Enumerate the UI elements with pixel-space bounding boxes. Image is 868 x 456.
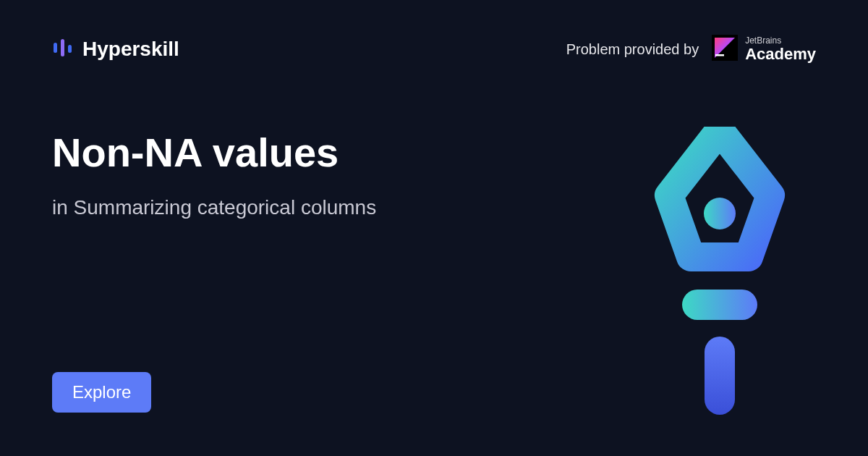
svg-rect-8 (705, 337, 735, 415)
jetbrains-small: JetBrains (745, 36, 816, 46)
svg-rect-2 (68, 45, 72, 53)
svg-rect-5 (715, 54, 724, 56)
page-title: Non-NA values (52, 129, 512, 176)
svg-point-6 (704, 198, 736, 229)
brand-name: Hyperskill (82, 38, 179, 61)
provider-block: Problem provided by Je (566, 35, 816, 64)
jetbrains-text: JetBrains Academy (745, 36, 816, 62)
brand: Hyperskill (52, 37, 179, 62)
pen-nib-icon (647, 127, 792, 416)
svg-rect-1 (61, 39, 64, 56)
explore-button[interactable]: Explore (52, 372, 151, 413)
jetbrains-big: Academy (745, 46, 816, 62)
hyperskill-logo-icon (52, 37, 74, 62)
provider-label: Problem provided by (566, 41, 699, 58)
header: Hyperskill Problem provided by (0, 0, 868, 64)
page-subtitle: in Summarizing categorical columns (52, 196, 512, 219)
main-content: Non-NA values in Summarizing categorical… (0, 64, 564, 219)
jetbrains-logo-icon (712, 35, 738, 64)
svg-rect-7 (682, 290, 757, 320)
jetbrains-academy-badge: JetBrains Academy (712, 35, 816, 64)
svg-rect-0 (54, 43, 57, 53)
